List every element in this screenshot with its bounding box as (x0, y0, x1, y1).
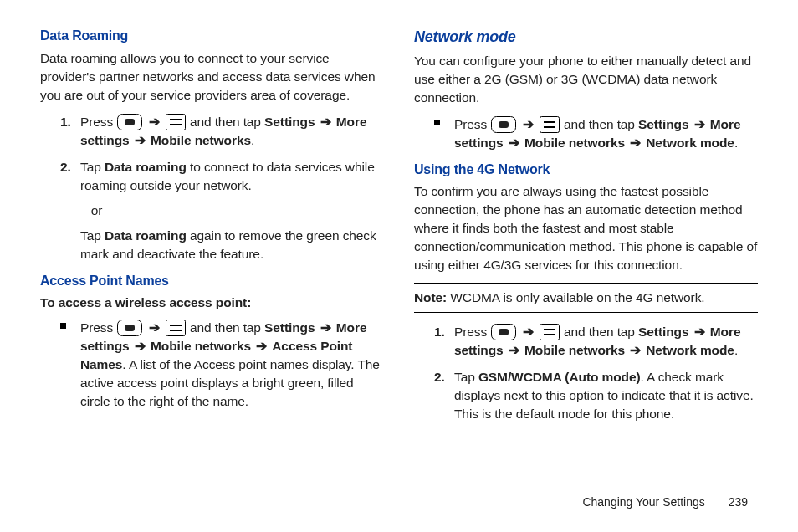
step-text: and then tap (190, 320, 264, 335)
step-text: Press (80, 115, 116, 129)
step-number: 1. (434, 323, 445, 341)
bold-network-mode: Network mode (646, 343, 734, 357)
svg-rect-16 (499, 329, 509, 335)
network-mode-list: Press ➔ and then tap Settings ➔ More set… (434, 115, 758, 152)
step-number: 2. (434, 368, 445, 386)
arrow-icon: ➔ (630, 136, 641, 150)
svg-rect-12 (540, 116, 559, 132)
note-body: WCDMA is only available on the 4G networ… (447, 290, 704, 304)
arrow-icon: ➔ (135, 339, 146, 353)
menu-button-icon (166, 320, 186, 336)
step-number: 1. (60, 113, 71, 131)
bold-settings: Settings (638, 325, 688, 339)
arrow-icon: ➔ (630, 343, 641, 357)
note-block: Note: WCDMA is only available on the 4G … (414, 283, 758, 313)
heading-apn: Access Point Names (40, 272, 384, 291)
home-button-icon (491, 116, 516, 133)
bold-data-roaming: Data roaming (105, 160, 187, 174)
network-mode-item: Press ➔ and then tap Settings ➔ More set… (434, 115, 758, 152)
apn-item: Press ➔ and then tap Settings ➔ More set… (60, 319, 384, 411)
period: . (734, 343, 738, 357)
home-button-icon (117, 320, 142, 336)
bold-mobile-networks: Mobile networks (151, 133, 251, 147)
step-1: 1. Press ➔ and then tap Settings ➔ More … (434, 323, 758, 360)
note-label: Note: (414, 290, 447, 304)
step-text: Press (80, 320, 116, 335)
step-text: and then tap (564, 117, 638, 131)
bold-mobile-networks: Mobile networks (524, 343, 625, 357)
bold-settings: Settings (264, 320, 315, 335)
arrow-icon: ➔ (509, 343, 519, 357)
arrow-icon: ➔ (135, 133, 146, 147)
step-text: and then tap (190, 115, 264, 129)
heading-4g: Using the 4G Network (414, 161, 758, 180)
or-divider: – or – (80, 202, 384, 220)
arrow-icon: ➔ (256, 339, 267, 353)
square-bullet-icon (434, 120, 440, 125)
period: . (251, 133, 254, 147)
svg-rect-11 (499, 121, 509, 128)
fourg-body: To confirm you are always using the fast… (414, 182, 758, 274)
square-bullet-icon (60, 323, 66, 329)
bold-gsm-wcdma: GSM/WCDMA (Auto mode) (478, 370, 641, 384)
svg-rect-17 (540, 325, 559, 340)
svg-rect-7 (166, 320, 185, 336)
arrow-icon: ➔ (149, 320, 160, 335)
bold-mobile-networks: Mobile networks (151, 339, 251, 353)
bold-mobile-networks: Mobile networks (524, 136, 625, 150)
svg-rect-6 (125, 325, 135, 331)
arrow-icon: ➔ (509, 136, 519, 150)
period: . (734, 136, 738, 150)
step-2: 2. Tap Data roaming to connect to data s… (60, 158, 384, 263)
right-column: Network mode You can configure your phon… (414, 27, 758, 432)
step-text: Press (454, 325, 490, 339)
bold-settings: Settings (638, 117, 688, 131)
home-button-icon (117, 114, 142, 130)
footer-section: Changing Your Settings (582, 495, 704, 509)
heading-data-roaming: Data Roaming (40, 27, 384, 46)
step-text: Press (454, 117, 490, 131)
step-text: Tap (454, 370, 478, 384)
bold-data-roaming: Data roaming (105, 228, 187, 243)
step-text: and then tap (564, 325, 638, 339)
home-button-icon (491, 324, 516, 340)
heading-network-mode: Network mode (414, 27, 758, 49)
data-roaming-steps: 1. Press ➔ and then tap Settings ➔ More … (60, 113, 384, 263)
step-1: 1. Press ➔ and then tap Settings ➔ More … (60, 113, 384, 150)
step-number: 2. (60, 158, 71, 176)
step-text: Tap (80, 160, 105, 174)
bold-settings: Settings (264, 115, 315, 129)
two-column-layout: Data Roaming Data roaming allows you to … (40, 27, 758, 432)
step-text: Tap (80, 228, 105, 243)
bold-network-mode: Network mode (646, 136, 734, 150)
footer-page-number: 239 (729, 495, 748, 509)
apn-intro: To access a wireless access point: (40, 294, 384, 312)
svg-rect-1 (125, 119, 135, 125)
menu-button-icon (540, 116, 560, 133)
arrow-icon: ➔ (320, 320, 331, 335)
network-mode-body: You can configure your phone to either m… (414, 52, 758, 107)
menu-button-icon (166, 114, 186, 130)
fourg-steps: 1. Press ➔ and then tap Settings ➔ More … (434, 323, 758, 423)
step-2: 2. Tap GSM/WCDMA (Auto mode). A check ma… (434, 368, 758, 423)
apn-list: Press ➔ and then tap Settings ➔ More set… (60, 319, 384, 411)
arrow-icon: ➔ (149, 115, 160, 129)
step-alt: Tap Data roaming again to remove the gre… (80, 227, 384, 263)
step-text: . A list of the Access point names displ… (80, 357, 380, 408)
left-column: Data Roaming Data roaming allows you to … (40, 27, 384, 432)
page-footer: Changing Your Settings 239 (582, 495, 748, 509)
svg-rect-2 (166, 114, 185, 130)
arrow-icon: ➔ (523, 325, 534, 339)
arrow-icon: ➔ (523, 117, 534, 131)
menu-button-icon (540, 324, 560, 340)
data-roaming-body: Data roaming allows you to connect to yo… (40, 49, 384, 105)
arrow-icon: ➔ (320, 115, 331, 129)
manual-page: Data Roaming Data roaming allows you to … (0, 0, 798, 532)
arrow-icon: ➔ (694, 325, 705, 339)
arrow-icon: ➔ (694, 117, 705, 131)
